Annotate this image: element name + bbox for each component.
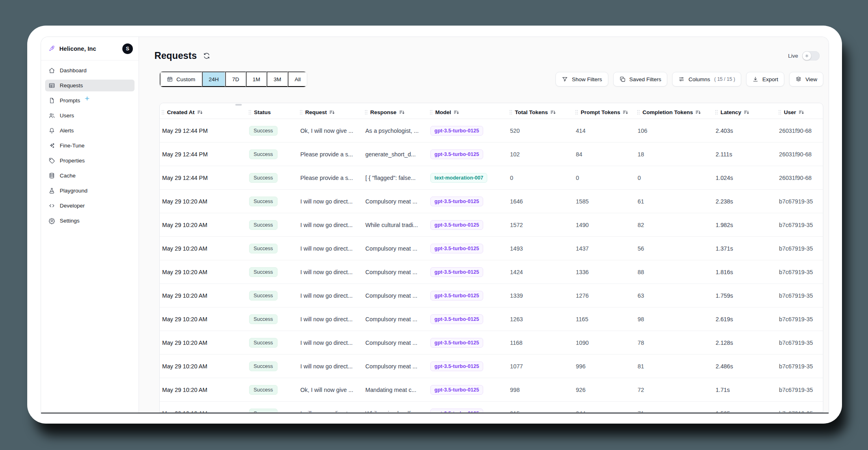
cell-latency: 2.111s <box>713 151 777 158</box>
cell-user: 26031f90-68 <box>777 128 823 134</box>
cell-completion-tokens: 88 <box>635 269 713 275</box>
columns-button[interactable]: Columns( 15 / 15 ) <box>672 72 741 87</box>
table-scrollbar-thumb[interactable] <box>235 104 242 106</box>
sidebar-item-users[interactable]: Users <box>45 110 135 121</box>
view-button[interactable]: View <box>789 72 823 87</box>
cell-latency: 1.565s <box>713 410 777 413</box>
cell-status: Success <box>247 338 298 348</box>
column-header-total-tokens[interactable]: Total Tokens <box>508 109 573 115</box>
org-switcher[interactable]: Helicone, Inc S <box>41 37 139 61</box>
model-badge: gpt-3.5-turbo-0125 <box>430 338 483 348</box>
cell-user: 26031f90-68 <box>777 175 823 181</box>
time-range-1m[interactable]: 1M <box>246 71 267 87</box>
saved-filters-button[interactable]: Saved Filters <box>613 72 668 87</box>
table-row[interactable]: May 29 10:20 AMSuccessI will now go dire… <box>160 237 823 260</box>
cell-response: [ { "flagged": false... <box>363 175 428 181</box>
sidebar-item-properties[interactable]: Properties <box>45 155 135 167</box>
time-range-7d[interactable]: 7D <box>225 71 245 87</box>
time-range-24h[interactable]: 24H <box>202 71 226 87</box>
time-range-3m[interactable]: 3M <box>267 71 288 87</box>
avatar[interactable]: S <box>122 43 133 54</box>
cell-model: gpt-3.5-turbo-0125 <box>428 220 508 230</box>
column-header-completion-tokens[interactable]: Completion Tokens <box>635 109 713 115</box>
cell-prompt-tokens: 1336 <box>573 269 635 275</box>
sidebar-item-requests[interactable]: Requests <box>45 80 135 91</box>
sidebar-item-playground[interactable]: Playground <box>45 185 135 197</box>
column-header-response[interactable]: Response <box>363 109 428 115</box>
sidebar-item-alerts[interactable]: Alerts <box>45 125 135 136</box>
column-header-created-at[interactable]: Created At <box>160 109 247 115</box>
sidebar-item-developer[interactable]: Developer <box>45 200 135 212</box>
export-button[interactable]: Export <box>746 72 784 87</box>
column-label: Total Tokens <box>515 109 548 115</box>
column-header-status[interactable]: Status <box>247 109 298 115</box>
column-header-user[interactable]: User <box>777 109 823 115</box>
live-toggle[interactable] <box>802 51 820 61</box>
calendar-icon <box>167 76 173 82</box>
column-label: Model <box>435 109 451 115</box>
time-range-custom[interactable]: Custom <box>160 71 202 87</box>
sidebar-item-dashboard[interactable]: Dashboard <box>45 65 135 76</box>
status-badge: Success <box>249 361 278 371</box>
cell-user: 26031f90-68 <box>777 151 823 158</box>
table-row[interactable]: May 29 10:20 AMSuccessI will now go dire… <box>160 260 823 284</box>
screenshot-frame: Helicone, Inc S DashboardRequestsPrompts… <box>27 26 842 424</box>
column-header-model[interactable]: Model <box>428 109 508 115</box>
cell-total-tokens: 1424 <box>508 269 573 275</box>
table-row[interactable]: May 29 12:44 PMSuccessPlease provide a s… <box>160 166 823 190</box>
table-row[interactable]: May 29 10:20 AMSuccessI will now go dire… <box>160 331 823 355</box>
sidebar-item-prompts[interactable]: Prompts <box>45 95 135 106</box>
cell-latency: 2.238s <box>713 198 777 205</box>
sort-descending-icon <box>454 110 459 115</box>
cell-completion-tokens: 78 <box>635 340 713 346</box>
table-row[interactable]: May 29 10:19 AMSuccessI will now go dire… <box>160 402 823 412</box>
sparkle-badge-icon <box>84 95 91 102</box>
cell-response: Compulsory meat ... <box>363 363 428 370</box>
table-row[interactable]: May 29 10:20 AMSuccessI will now go dire… <box>160 284 823 307</box>
sidebar-item-fine-tune[interactable]: Fine-Tune <box>45 140 135 151</box>
document-icon <box>48 97 55 104</box>
table-row[interactable]: May 29 10:20 AMSuccessI will now go dire… <box>160 190 823 213</box>
table-row[interactable]: May 29 10:20 AMSuccessOk, I will now giv… <box>160 378 823 402</box>
model-badge: gpt-3.5-turbo-0125 <box>430 126 483 136</box>
cell-response: Compulsory meat ... <box>363 198 428 205</box>
status-badge: Success <box>249 314 278 324</box>
sidebar-item-settings[interactable]: Settings <box>45 215 135 227</box>
column-header-request[interactable]: Request <box>298 109 363 115</box>
action-label: Export <box>762 76 778 82</box>
sidebar-item-label: Playground <box>60 187 87 194</box>
cell-completion-tokens: 56 <box>635 245 713 252</box>
refresh-button[interactable] <box>203 52 210 60</box>
time-range-label: 7D <box>232 76 239 82</box>
cell-user: b7c67919-35 <box>777 363 823 370</box>
live-label: Live <box>788 53 798 59</box>
cell-model: gpt-3.5-turbo-0125 <box>428 338 508 348</box>
table-row[interactable]: May 29 12:44 PMSuccessOk, I will now giv… <box>160 119 823 143</box>
sidebar-item-label: Settings <box>60 217 80 224</box>
sidebar-item-cache[interactable]: Cache <box>45 170 135 182</box>
sort-descending-icon <box>695 110 701 115</box>
copy-icon <box>619 76 626 82</box>
drag-handle-icon <box>715 110 718 115</box>
column-header-prompt-tokens[interactable]: Prompt Tokens <box>573 109 635 115</box>
table-row[interactable]: May 29 12:44 PMSuccessPlease provide a s… <box>160 143 823 166</box>
sort-descending-icon <box>799 110 804 115</box>
show-filters-button[interactable]: Show Filters <box>556 72 608 87</box>
cell-user: b7c67919-35 <box>777 410 823 413</box>
live-toggle-group: Live <box>788 51 820 61</box>
sidebar-item-label: Dashboard <box>60 67 87 74</box>
cell-created-at: May 29 10:20 AM <box>160 387 247 393</box>
cell-user: b7c67919-35 <box>777 340 823 346</box>
time-range-all[interactable]: All <box>288 71 307 87</box>
table-row[interactable]: May 29 10:20 AMSuccessI will now go dire… <box>160 213 823 237</box>
column-header-latency[interactable]: Latency <box>713 109 777 115</box>
drag-handle-icon <box>161 110 165 115</box>
cell-model: gpt-3.5-turbo-0125 <box>428 409 508 413</box>
table-row[interactable]: May 29 10:20 AMSuccessI will now go dire… <box>160 307 823 331</box>
table-row[interactable]: May 29 10:20 AMSuccessI will now go dire… <box>160 355 823 378</box>
cell-created-at: May 29 10:20 AM <box>160 340 247 346</box>
cell-completion-tokens: 72 <box>635 387 713 393</box>
cell-completion-tokens: 61 <box>635 198 713 205</box>
code-icon <box>48 202 55 209</box>
action-label: Saved Filters <box>629 76 662 82</box>
